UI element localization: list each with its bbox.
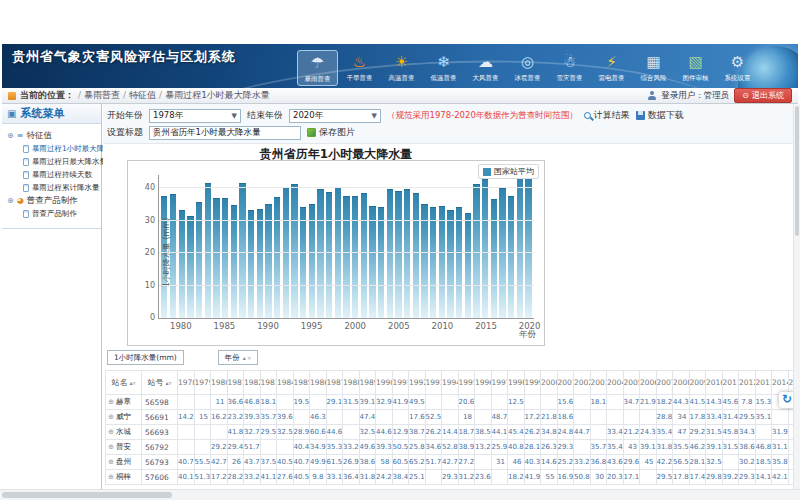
table-row: ⊕赫章565981136.646.818.119.529.131.539.132… [106,395,794,410]
nav-item-冰雹普查[interactable]: ◎冰雹普查 [507,50,548,86]
horizontal-scrollbar[interactable] [0,489,800,500]
value-cell [475,395,492,410]
nav-item-综合风险[interactable]: ▦综合风险 [633,50,674,86]
value-cell: 34.8 [541,425,558,440]
nav-item-暴雨普查[interactable]: ☂暴雨普查 [297,50,338,86]
end-year-select[interactable]: 2020年 ▼ [289,109,381,123]
value-cell: 60.5 [392,455,409,470]
nav-item-雷电普查[interactable]: ⚡雷电普查 [591,50,632,86]
collapse-icon[interactable]: ⊕ [7,197,14,205]
row-expander-icon[interactable]: ⊕ [108,413,114,421]
column-header-year[interactable]: 1992 [409,371,426,395]
gridline [159,220,534,221]
value-cell: 17.2 [211,470,228,485]
nav-item-干旱普查[interactable]: ♨干旱普查 [339,50,380,86]
year-sort-filter[interactable]: 年份 ▴ ▿ [218,350,258,365]
data-download-button[interactable]: 数据下载 [636,109,684,122]
column-header-station-id[interactable]: 站号 ▴▿ [142,371,178,395]
column-header-year[interactable]: 1994 [442,371,459,395]
row-expander-icon[interactable]: ⊕ [108,428,114,436]
column-header-year[interactable]: 2006 [640,371,657,395]
vertical-scrollbar[interactable] [793,104,800,489]
column-header-year[interactable]: 1988 [343,371,360,395]
nav-item-大风普查[interactable]: ☁大风普查 [465,50,506,86]
row-expander-icon[interactable]: ⊕ [108,443,114,451]
row-expander-icon[interactable]: ⊕ [108,473,114,481]
save-image-button[interactable]: 保存图片 [307,126,355,139]
sidebar-item-label: 普查产品制作 [32,209,77,219]
column-header-year[interactable]: 2013 [755,371,772,395]
column-header-year[interactable]: 1995 [458,371,475,395]
sidebar-item[interactable]: 暴雨过程持续天数 [4,168,99,181]
column-header-year[interactable]: 1978 [178,371,195,395]
nav-item-高温普查[interactable]: ☀高温普查 [381,50,422,86]
column-header-year[interactable]: 2007 [656,371,673,395]
value-cell: 41.5 [689,395,706,410]
sidebar-item[interactable]: 暴雨过程日最大降水量 [4,155,99,168]
sidebar-group-特征值[interactable]: ⊕≡特征值 [4,129,99,142]
calc-result-button[interactable]: 计算结果 [584,109,630,122]
column-header-year[interactable]: 1985 [293,371,310,395]
chart-title-input[interactable] [149,126,301,140]
y-tick-label: 30 [133,216,155,225]
column-header-year[interactable]: 1982 [244,371,261,395]
start-year-select[interactable]: 1978年 ▼ [149,109,241,123]
chart-legend[interactable]: 国家站平均 [478,164,539,179]
column-header-year[interactable]: 1979 [194,371,211,395]
value-cell [607,410,624,425]
column-header-year[interactable]: 2004 [607,371,624,395]
column-header-year[interactable]: 1999 [524,371,541,395]
column-header-year[interactable]: 2003 [590,371,607,395]
column-header-year[interactable]: 2012 [739,371,756,395]
value-cell: 29.2 [211,440,228,455]
nav-item-图件审核[interactable]: ▧图件审核 [675,50,716,86]
column-header-year[interactable]: 1989 [359,371,376,395]
column-header-year[interactable]: 1980 [211,371,228,395]
row-expander-icon[interactable]: ⊕ [108,458,114,466]
breadcrumb-item[interactable]: 特征值 [129,90,156,100]
nav-item-雪灾普查[interactable]: ☃雪灾普查 [549,50,590,86]
breadcrumb-item[interactable]: 暴雨普查 [84,90,120,100]
column-header-year[interactable]: 1984 [277,371,294,395]
column-header-year[interactable]: 1983 [260,371,277,395]
column-header-station[interactable]: 站名 ▴▿ [106,371,142,395]
column-header-year[interactable]: 2010 [706,371,723,395]
column-header-year[interactable]: 1990 [376,371,393,395]
nav-item-系统设置[interactable]: ⚙系统设置 [717,50,758,86]
column-header-year[interactable]: 1986 [310,371,327,395]
column-header-year[interactable]: 2002 [574,371,591,395]
column-header-year[interactable]: 2011 [722,371,739,395]
column-header-year[interactable]: 1987 [326,371,343,395]
collapse-icon[interactable]: ⊕ [7,132,14,140]
table-row: ⊕盘州5679340.755.542.72643.737.540.540.749… [106,455,794,470]
column-header-year[interactable]: 1981 [227,371,244,395]
column-header-year[interactable]: 2001 [557,371,574,395]
column-header-year[interactable]: 2014 [772,371,789,395]
sidebar-item[interactable]: 暴雨过程累计降水量 [4,181,99,194]
column-header-year[interactable]: 1991 [392,371,409,395]
column-header-year[interactable]: 1993 [425,371,442,395]
data-table-wrapper[interactable]: 站名 ▴▿站号 ▴▿197819791980198119821983198419… [105,370,793,487]
measure-filter[interactable]: 1小时降水量(mm) [107,350,184,365]
nav-item-低温普查[interactable]: ❄低温普查 [423,50,464,86]
sidebar-group-普查产品制作[interactable]: ⊕◕普查产品制作 [4,194,99,207]
row-expander-icon[interactable]: ⊕ [108,398,114,406]
x-tick-label: 1980 [170,321,192,331]
column-header-year[interactable]: 1998 [508,371,525,395]
column-header-year[interactable]: 2005 [623,371,640,395]
column-header-year[interactable]: 2008 [673,371,690,395]
breadcrumb-item[interactable]: 暴雨过程1小时最大降水量 [165,90,270,100]
logout-button[interactable]: ⊙ 退出系统 [734,88,792,103]
horizontal-scrollbar-thumb[interactable] [2,492,172,498]
column-header-year[interactable]: 2009 [689,371,706,395]
chart-bar [213,198,219,318]
chart-bar [447,210,453,318]
sidebar-item[interactable]: 普查产品制作 [4,207,99,220]
vertical-scrollbar-thumb[interactable] [795,106,799,236]
sidebar-item[interactable]: 暴雨过程1小时最大降水量 [4,142,99,155]
column-header-year[interactable]: 1996 [475,371,492,395]
station-id-cell: 56792 [142,440,178,455]
column-header-year[interactable]: 1997 [491,371,508,395]
column-header-year[interactable]: 2000 [541,371,558,395]
breadcrumb: /暴雨普查/特征值/暴雨过程1小时最大降水量 [78,89,273,102]
